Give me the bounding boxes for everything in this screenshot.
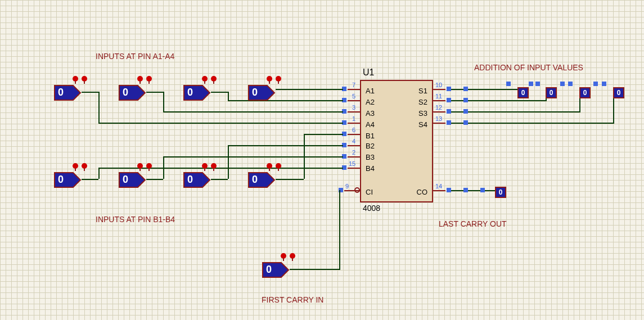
- probe-icon: [80, 76, 88, 84]
- label-inputs-b: INPUTS AT PIN B1-B4: [96, 215, 175, 224]
- logic-input-value: 0: [58, 174, 64, 186]
- pin-num-7: 7: [352, 82, 355, 88]
- pin-label-S1: S1: [418, 87, 427, 95]
- pin-num-9: 9: [345, 183, 349, 190]
- pin-num-10: 10: [435, 82, 442, 88]
- pin-label-A1: A1: [366, 87, 375, 95]
- svg-rect-22: [75, 168, 76, 171]
- svg-point-3: [82, 76, 87, 82]
- pin-label-S2: S2: [418, 98, 427, 106]
- logic-input-value: 0: [252, 87, 258, 98]
- svg-point-8: [146, 76, 152, 82]
- wire: [211, 92, 228, 93]
- pin-dot: [463, 120, 468, 125]
- grid-background: [0, 0, 644, 320]
- pin-dot: [568, 82, 573, 86]
- logic-input-a-1[interactable]: 0: [118, 84, 146, 101]
- pin-num-4: 4: [352, 138, 355, 145]
- wire: [228, 100, 343, 101]
- svg-point-18: [276, 76, 281, 82]
- wire: [451, 111, 580, 112]
- svg-rect-37: [269, 168, 270, 171]
- pin-label-A2: A2: [366, 98, 375, 106]
- probe-icon: [274, 76, 282, 84]
- pin-stub: [433, 111, 445, 112]
- probe-icon: [145, 76, 153, 84]
- pin-label-B4: B4: [366, 164, 375, 173]
- svg-rect-7: [139, 81, 141, 84]
- logic-input-b-3[interactable]: 0: [247, 172, 276, 188]
- svg-rect-12: [204, 81, 205, 84]
- pin-stub: [433, 100, 445, 101]
- logic-input-value: 0: [252, 174, 258, 186]
- pin-dot: [593, 82, 598, 86]
- pin-dot: [463, 98, 468, 102]
- logic-input-a-2[interactable]: 0: [183, 84, 211, 101]
- wire: [228, 145, 343, 146]
- logic-input-value: 0: [58, 87, 64, 98]
- pin-num-1: 1: [352, 115, 355, 122]
- pin-stub: [348, 89, 360, 90]
- chip-ref: U1: [363, 67, 374, 78]
- wire: [82, 92, 98, 93]
- svg-rect-39: [278, 168, 279, 171]
- logic-input-value: 0: [187, 87, 193, 98]
- svg-point-38: [276, 163, 281, 169]
- pin-dot: [535, 82, 540, 86]
- wire: [98, 123, 343, 124]
- svg-point-26: [137, 163, 143, 169]
- svg-point-31: [202, 163, 208, 169]
- logic-input-ci-0[interactable]: 0: [262, 262, 290, 278]
- ci-bubble: [354, 187, 360, 193]
- svg-point-6: [137, 76, 143, 82]
- pin-stub: [433, 190, 445, 191]
- chip-4008[interactable]: A1 A2 A3 A4 B1 B2 B3 B4 CI S1 S2 S3 S4 C…: [360, 80, 433, 202]
- wire: [451, 123, 614, 124]
- svg-rect-32: [204, 168, 205, 171]
- pin-label-A4: A4: [366, 120, 375, 129]
- pin-num-2: 2: [352, 149, 355, 156]
- wire: [290, 269, 340, 270]
- schematic-canvas: INPUTS AT PIN A1-A4 INPUTS AT PIN B1-B4 …: [0, 0, 644, 320]
- pin-dot: [447, 98, 451, 102]
- pin-dot: [463, 188, 468, 192]
- pin-stub: [433, 123, 445, 124]
- logic-input-b-0[interactable]: 0: [53, 172, 82, 188]
- pin-label-B1: B1: [366, 132, 375, 140]
- logic-input-b-2[interactable]: 0: [183, 172, 211, 188]
- wire: [98, 168, 100, 179]
- logic-output-s1: 0: [517, 87, 529, 98]
- pin-label-CO: CO: [417, 188, 428, 196]
- pin-label-B2: B2: [366, 142, 375, 150]
- probe-icon: [71, 76, 79, 84]
- pin-label-A3: A3: [366, 109, 375, 118]
- logic-output-s2: 0: [546, 87, 557, 98]
- logic-input-b-1[interactable]: 0: [118, 172, 146, 188]
- probe-icon: [265, 76, 273, 84]
- pin-stub: [348, 123, 360, 124]
- svg-point-13: [211, 76, 217, 82]
- pin-dot: [463, 109, 468, 114]
- pin-label-B3: B3: [366, 153, 375, 161]
- logic-input-a-0[interactable]: 0: [53, 84, 82, 101]
- svg-rect-9: [148, 81, 150, 84]
- svg-point-43: [290, 253, 295, 259]
- pin-label-S4: S4: [418, 120, 427, 129]
- probe-icon: [136, 76, 144, 84]
- svg-rect-27: [139, 168, 141, 171]
- svg-point-28: [146, 163, 152, 169]
- svg-point-33: [211, 163, 217, 169]
- wire: [82, 179, 98, 180]
- logic-input-a-3[interactable]: 0: [247, 84, 276, 101]
- svg-point-1: [73, 76, 78, 82]
- svg-rect-29: [148, 168, 150, 171]
- pin-dot: [447, 87, 451, 91]
- wire: [146, 92, 163, 93]
- pin-label-CI: CI: [366, 188, 373, 196]
- svg-rect-44: [292, 258, 293, 261]
- probe-icon: [265, 163, 273, 171]
- wire: [304, 134, 343, 135]
- pin-stub: [348, 145, 360, 146]
- wire: [228, 145, 229, 179]
- logic-input-value: 0: [123, 174, 128, 186]
